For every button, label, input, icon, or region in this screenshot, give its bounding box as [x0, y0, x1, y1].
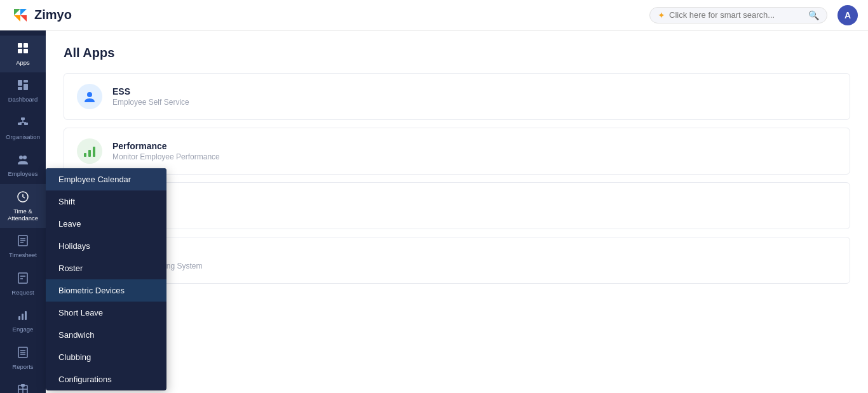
request-icon [17, 272, 29, 286]
app-card-payroll[interactable]: $ Payroll Bonus Payment [64, 182, 850, 229]
svg-rect-1 [24, 43, 28, 48]
svg-point-14 [23, 156, 27, 159]
benefits-icon [17, 383, 29, 393]
svg-rect-3 [24, 49, 28, 53]
sidebar-item-benefits[interactable]: Benefits [0, 376, 46, 393]
svg-rect-6 [18, 87, 22, 90]
sidebar-item-dashboard[interactable]: Dashboard [0, 72, 46, 109]
employees-icon [17, 153, 29, 168]
logo-area: Zimyo [10, 5, 72, 25]
svg-rect-4 [18, 80, 22, 86]
main-content: All Apps ESS Employee Self Service [46, 30, 868, 393]
sidebar-organisation-label: Organisation [6, 133, 40, 140]
sidebar-time-label: Time & Attendance [8, 208, 38, 222]
ess-desc: Employee Self Service [112, 98, 189, 107]
dropdown-item-roster[interactable]: Roster [46, 257, 166, 279]
time-attendance-icon [17, 190, 29, 205]
main-layout: Apps Dashboard [0, 30, 868, 393]
dropdown-item-employee-calendar[interactable]: Employee Calendar [46, 168, 166, 190]
apps-icon [17, 42, 29, 57]
time-attendance-dropdown: Employee Calendar Shift Leave Holidays R… [46, 168, 166, 390]
timesheet-icon [17, 234, 29, 249]
dropdown-item-clubbing[interactable]: Clubbing [46, 346, 166, 368]
zimyo-logo-icon [10, 5, 31, 25]
dropdown-item-holidays[interactable]: Holidays [46, 235, 166, 257]
svg-point-13 [19, 156, 23, 159]
sidebar-item-time-attendance[interactable]: Time & Attendance [0, 184, 46, 229]
organisation-icon [17, 116, 29, 131]
sidebar-item-employees[interactable]: Employees [0, 147, 46, 183]
dropdown-item-sandwich[interactable]: Sandwich [46, 324, 166, 346]
sidebar-item-reports[interactable]: Reports [0, 340, 46, 376]
page-title: All Apps [64, 46, 850, 60]
sidebar-item-request[interactable]: Request [0, 265, 46, 302]
ess-info: ESS Employee Self Service [112, 86, 189, 107]
sidebar-engage-label: Engage [13, 326, 34, 333]
svg-point-36 [87, 92, 92, 97]
svg-rect-22 [18, 273, 27, 283]
dropdown-item-short-leave[interactable]: Short Leave [46, 302, 166, 324]
sidebar-item-apps[interactable]: Apps [0, 36, 46, 72]
ess-name: ESS [112, 86, 189, 97]
svg-rect-0 [18, 43, 22, 48]
dashboard-icon [17, 79, 29, 93]
sidebar-apps-label: Apps [16, 59, 30, 66]
app-card-performance[interactable]: Performance Monitor Employee Performance [64, 128, 850, 175]
sidebar-dashboard-label: Dashboard [8, 96, 37, 103]
svg-rect-7 [24, 84, 28, 90]
svg-rect-5 [24, 80, 28, 83]
dropdown-item-leave[interactable]: Leave [46, 213, 166, 235]
search-button[interactable]: 🔍 [808, 10, 819, 20]
ess-icon [77, 84, 102, 109]
performance-desc: Monitor Employee Performance [112, 152, 220, 161]
sidebar-request-label: Request [11, 289, 34, 296]
header: Zimyo ✦ 🔍 A [0, 0, 868, 30]
svg-rect-38 [88, 150, 91, 157]
app-card-ess[interactable]: ESS Employee Self Service [64, 73, 850, 120]
sidebar-reports-label: Reports [12, 363, 33, 370]
sparkle-icon: ✦ [658, 10, 665, 20]
performance-info: Performance Monitor Employee Performance [112, 141, 220, 161]
svg-rect-2 [18, 49, 22, 53]
svg-rect-26 [22, 314, 24, 320]
svg-rect-27 [25, 311, 27, 320]
svg-rect-8 [21, 117, 25, 120]
search-bar: ✦ 🔍 [649, 7, 827, 23]
avatar[interactable]: A [837, 5, 858, 25]
dropdown-item-biometric-devices[interactable]: Biometric Devices [46, 279, 166, 302]
reports-icon [17, 346, 29, 361]
sidebar: Apps Dashboard [0, 30, 46, 393]
performance-icon [77, 138, 102, 164]
sidebar-item-engage[interactable]: Engage [0, 302, 46, 339]
sidebar-timesheet-label: Timesheet [9, 251, 37, 258]
dropdown-item-configurations[interactable]: Configurations [46, 368, 166, 390]
dropdown-item-shift[interactable]: Shift [46, 190, 166, 213]
sidebar-employees-label: Employees [8, 170, 38, 177]
svg-rect-39 [93, 147, 95, 157]
svg-rect-37 [84, 153, 86, 157]
engage-icon [17, 309, 29, 323]
performance-name: Performance [112, 141, 220, 151]
svg-line-17 [23, 197, 25, 198]
svg-rect-25 [18, 316, 20, 320]
logo-text: Zimyo [34, 8, 72, 22]
app-card-ats[interactable]: ATS Applicant Tracking System [64, 237, 850, 284]
search-input[interactable] [669, 10, 804, 20]
sidebar-item-timesheet[interactable]: Timesheet [0, 228, 46, 265]
sidebar-item-organisation[interactable]: Organisation [0, 110, 46, 147]
